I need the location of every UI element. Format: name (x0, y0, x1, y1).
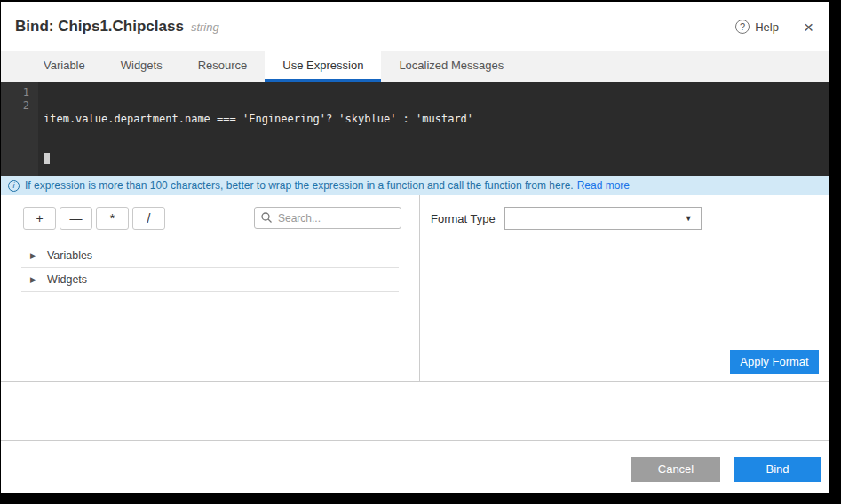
tab-resource[interactable]: Resource (180, 51, 266, 82)
expression-helper-panel: + — * / ▶ Variables ▶ Widgets (1, 195, 420, 381)
operator-divide-button[interactable]: / (132, 207, 165, 230)
info-bar: i If expression is more than 100 charact… (1, 176, 829, 195)
header-actions: ? Help × (735, 19, 813, 35)
chevron-right-icon[interactable]: ▶ (30, 275, 36, 284)
search-box (254, 207, 401, 229)
search-icon (260, 211, 273, 224)
tab-variable[interactable]: Variable (26, 51, 103, 82)
info-text: If expression is more than 100 character… (25, 179, 574, 192)
tree-item-label: Variables (47, 249, 92, 262)
tree-item-label: Widgets (47, 273, 87, 286)
bind-type-label: string (191, 20, 219, 34)
bindings-tree: ▶ Variables ▶ Widgets (21, 244, 399, 292)
help-label: Help (755, 20, 779, 34)
format-panel: Format Type ▼ Apply Format (420, 195, 829, 381)
tab-localized-messages[interactable]: Localized Messages (381, 51, 521, 82)
chevron-right-icon[interactable]: ▶ (30, 251, 36, 260)
info-icon: i (8, 180, 20, 192)
code-line (44, 153, 829, 166)
empty-region (1, 382, 829, 440)
code-line: item.value.department.name === 'Engineer… (44, 113, 829, 126)
line-number: 1 (1, 86, 29, 99)
operator-toolbar: + — * / (23, 207, 165, 230)
code-text: item.value.department.name === 'Engineer… (44, 113, 473, 125)
dialog-title: Bind: Chips1.Chipclass (15, 18, 184, 35)
format-type-row: Format Type ▼ (431, 207, 702, 230)
dropdown-arrow-icon: ▼ (685, 214, 693, 223)
text-cursor (44, 153, 50, 164)
operator-minus-button[interactable]: — (60, 207, 92, 230)
search-input[interactable] (254, 207, 401, 229)
cancel-button[interactable]: Cancel (631, 457, 720, 482)
format-type-select[interactable]: ▼ (504, 207, 702, 230)
code-area[interactable]: item.value.department.name === 'Engineer… (38, 82, 829, 176)
main-area: + — * / ▶ Variables ▶ Widgets (1, 195, 829, 382)
help-icon: ? (735, 20, 750, 34)
dialog-header: Bind: Chips1.Chipclass string ? Help × (1, 2, 829, 51)
tree-item-variables[interactable]: ▶ Variables (21, 244, 399, 268)
operator-plus-button[interactable]: + (23, 207, 56, 230)
read-more-link[interactable]: Read more (577, 179, 630, 192)
line-number: 2 (1, 99, 29, 113)
close-icon[interactable]: × (804, 19, 813, 35)
bind-dialog: Bind: Chips1.Chipclass string ? Help × V… (1, 2, 829, 493)
bind-button[interactable]: Bind (734, 457, 821, 482)
operator-multiply-button[interactable]: * (96, 207, 129, 230)
line-number-gutter: 1 2 (1, 82, 38, 176)
expression-editor[interactable]: 1 2 item.value.department.name === 'Engi… (1, 82, 829, 176)
apply-format-button[interactable]: Apply Format (730, 350, 819, 374)
tab-bar: Variable Widgets Resource Use Expression… (1, 51, 829, 82)
tab-widgets[interactable]: Widgets (103, 51, 180, 82)
help-button[interactable]: ? Help (735, 20, 779, 34)
dialog-footer: Cancel Bind (1, 440, 829, 493)
tab-use-expression[interactable]: Use Expression (265, 51, 381, 82)
tree-item-widgets[interactable]: ▶ Widgets (21, 268, 399, 292)
format-type-label: Format Type (431, 212, 496, 225)
